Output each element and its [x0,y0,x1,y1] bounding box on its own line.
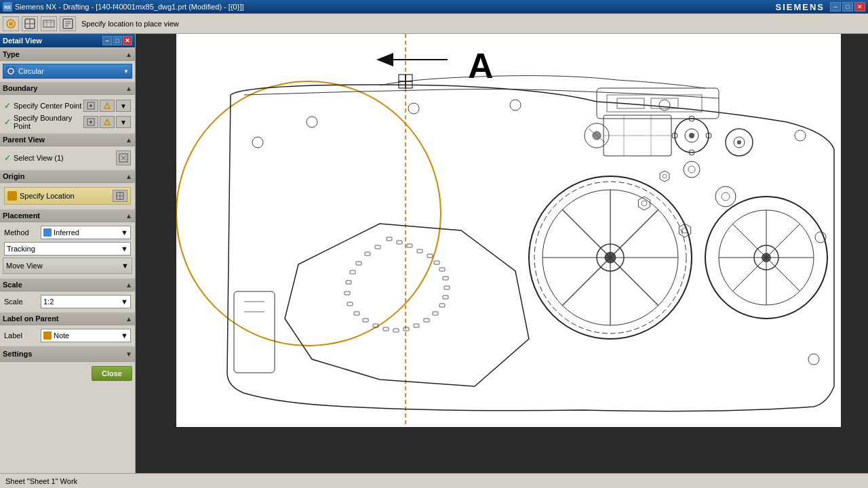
type-collapse-arrow: ▲ [125,51,132,58]
settings-section-header[interactable]: Settings ▼ [0,346,135,362]
move-view-arrow: ▼ [121,262,129,270]
circular-icon [6,66,16,76]
dialog-title-text: Detail View [3,37,42,45]
svg-text:A: A [468,46,494,85]
boundary-point-btn-2[interactable] [100,116,115,128]
scale-dropdown-arrow: ▼ [121,298,128,306]
type-label: Type [3,50,20,58]
select-view-button[interactable] [116,150,131,165]
specify-location-label: Specify Location [7,191,75,201]
specify-location-text: Specify Location [20,192,75,200]
maximize-button[interactable]: □ [842,2,853,12]
specify-center-row: ✓ Specify Center Point [3,98,132,114]
dialog-maximize-button[interactable]: □ [113,36,122,45]
label-on-parent-label: Label on Parent [3,314,59,323]
method-dropdown-arrow: ▼ [121,228,128,237]
boundary-check-icon: ✓ [4,117,11,127]
specify-boundary-text: Specify Boundary Point [14,114,83,130]
method-value: Inferred [54,228,79,237]
center-point-buttons: ▼ [83,100,131,112]
toolbar-icon-2[interactable] [22,16,38,31]
select-view-row: ✓ Select View (1) [3,149,132,167]
svg-rect-24 [176,34,841,427]
main-layout: Detail View – □ ✕ Type ▲ [0,34,868,488]
detail-view-dialog: Detail View – □ ✕ Type ▲ [0,34,136,488]
label-value: Note [54,331,69,340]
origin-collapse-arrow: ▲ [125,173,132,180]
toolbar-icon-1[interactable] [3,16,19,31]
parent-view-section-header[interactable]: Parent View ▲ [0,133,135,146]
center-point-btn-1[interactable] [83,100,98,112]
label-row-label: Label [4,331,38,340]
minimize-button[interactable]: – [830,2,841,12]
statusbar: Sheet "Sheet 1" Work [0,473,868,488]
move-view-button[interactable]: Move View ▼ [3,258,132,274]
specify-location-row[interactable]: Specify Location [4,187,131,205]
scale-row-label: Scale [4,298,38,306]
scale-row: Scale 1:2 ▼ [3,294,132,309]
type-section-content: Circular ▼ [0,61,135,81]
center-check-icon: ✓ [4,101,11,110]
label-dropdown-arrow: ▼ [121,331,128,340]
settings-collapse-arrow: ▼ [125,350,132,358]
siemens-logo: SIEMENS [775,2,825,12]
inferred-icon [43,228,52,237]
boundary-section-content: ✓ Specify Center Point [0,95,135,133]
parent-view-collapse-arrow: ▲ [125,136,132,144]
dialog-close-button[interactable]: ✕ [123,36,132,45]
scale-collapse-arrow: ▲ [125,281,132,289]
scale-input[interactable]: 1:2 ▼ [41,295,131,308]
specify-boundary-row: ✓ Specify Boundary Point [3,114,132,130]
tracking-row: Tracking ▼ [3,241,132,256]
select-view-check-icon: ✓ [4,153,11,163]
toolbar-icon-3[interactable] [41,16,57,31]
type-value: Circular [18,67,44,75]
scale-label: Scale [3,281,22,289]
svg-point-13 [8,68,14,74]
scale-section-header[interactable]: Scale ▲ [0,278,135,291]
method-dropdown[interactable]: Inferred ▼ [41,226,131,239]
boundary-point-btn-1[interactable] [83,116,98,128]
scale-section-content: Scale 1:2 ▼ [0,291,135,312]
label-on-parent-section-header[interactable]: Label on Parent ▲ [0,312,135,325]
close-btn-row: Close [0,362,135,385]
label-on-parent-collapse-arrow: ▲ [125,315,132,323]
svg-rect-5 [43,20,54,27]
placement-label: Placement [3,211,40,220]
tracking-value: Tracking [7,245,35,253]
titlebar-left: NX Siemens NX - Drafting - [140-f40001mx… [3,2,244,12]
origin-section-content: Specify Location [0,183,135,209]
boundary-point-buttons: ▼ [83,116,131,128]
nx-icon: NX [3,2,12,12]
type-dropdown[interactable]: Circular ▼ [3,64,132,79]
origin-section-header[interactable]: Origin ▲ [0,169,135,183]
svg-point-93 [737,140,741,144]
dialog-title-buttons: – □ ✕ [102,36,132,45]
boundary-collapse-arrow: ▲ [125,85,132,92]
label-on-parent-section-content: Label Note ▼ [0,325,135,346]
boundary-section-header[interactable]: Boundary ▲ [0,81,135,95]
placement-collapse-arrow: ▲ [125,212,132,220]
type-section-header[interactable]: Type ▲ [0,47,135,61]
drawing-area[interactable]: A [136,34,868,488]
tracking-dropdown-arrow: ▼ [121,245,128,253]
dialog-titlebar: Detail View – □ ✕ [0,34,135,47]
select-view-label: ✓ Select View (1) [4,153,64,163]
toolbar-icon-4[interactable] [60,16,76,31]
specify-location-button[interactable] [113,190,127,202]
tracking-dropdown[interactable]: Tracking ▼ [4,242,131,256]
svg-point-78 [689,133,694,138]
note-icon [43,331,52,340]
scale-value: 1:2 [43,298,54,306]
dialog-minimize-button[interactable]: – [102,36,112,45]
select-view-text: Select View (1) [14,154,64,162]
placement-section-header[interactable]: Placement ▲ [0,209,135,222]
boundary-point-btn-3[interactable]: ▼ [116,116,131,128]
svg-point-15 [90,104,92,107]
close-window-button[interactable]: ✕ [854,2,865,12]
center-point-btn-2[interactable] [100,100,115,112]
specify-center-text: Specify Center Point [14,102,81,110]
close-button[interactable]: Close [92,366,132,381]
label-dropdown[interactable]: Note ▼ [41,329,131,342]
center-point-btn-3[interactable]: ▼ [116,100,131,112]
